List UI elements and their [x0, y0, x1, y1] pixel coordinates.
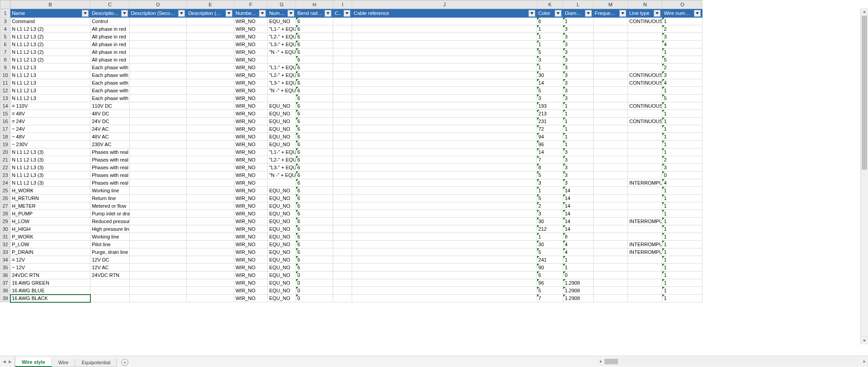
cell-K[interactable]: 7 — [537, 156, 563, 164]
row-header[interactable]: 38 — [0, 287, 10, 295]
cell-E[interactable] — [187, 187, 234, 195]
cell-F[interactable]: WIR_NO — [234, 256, 267, 264]
cell-L[interactable]: 1 — [563, 102, 593, 110]
cell-H[interactable]: 6 — [296, 264, 333, 272]
cell-M[interactable] — [593, 241, 627, 248]
cell-L[interactable]: 14 — [563, 195, 593, 202]
cell-M[interactable] — [593, 41, 627, 48]
cell-O[interactable]: 1 — [662, 264, 703, 272]
header-description-3[interactable]: Description (Third language) — [187, 9, 234, 18]
cell-H[interactable]: 6 — [296, 56, 333, 64]
cell-F[interactable]: WIR_NO — [234, 25, 267, 33]
cell-M[interactable] — [593, 195, 627, 202]
cell-F[interactable]: WIR_NO — [234, 225, 267, 233]
cell-O[interactable]: 1 — [662, 272, 703, 279]
cell-N[interactable]: INTERROMPU — [627, 241, 662, 248]
cell-E[interactable] — [187, 64, 234, 71]
cell-K[interactable]: 5 — [537, 87, 563, 95]
cell-B[interactable]: ~ 12V — [10, 264, 90, 272]
cell-K[interactable]: 1 — [537, 233, 563, 241]
cell-M[interactable] — [593, 218, 627, 225]
col-header-K[interactable]: K — [537, 0, 563, 9]
cell-G[interactable]: EQU_NO — [268, 110, 296, 118]
cell-D[interactable] — [129, 241, 187, 248]
cell-O[interactable]: 2 — [662, 25, 703, 33]
cell-B[interactable]: P_DRAIN — [10, 248, 90, 256]
hscroll-track[interactable] — [604, 358, 860, 365]
cell-K[interactable]: 2 — [537, 202, 563, 210]
cell-H[interactable]: 6 — [296, 102, 333, 110]
cell-O[interactable]: 1 — [662, 233, 703, 241]
cell-J[interactable] — [352, 179, 537, 187]
cell-L[interactable]: 3 — [563, 156, 593, 164]
cell-H[interactable]: 0 — [296, 272, 333, 279]
cell-K[interactable]: 1 — [537, 64, 563, 71]
cell-K[interactable]: 3 — [537, 95, 563, 102]
cell-F[interactable]: WIR_NO — [234, 125, 267, 133]
cell-N[interactable] — [627, 202, 662, 210]
cell-K[interactable]: 6 — [537, 18, 563, 25]
cell-F[interactable]: WIR_NO — [234, 272, 267, 279]
header-wire-number[interactable]: Wire number — [662, 9, 703, 18]
cell-K[interactable]: 241 — [537, 256, 563, 264]
cell-E[interactable] — [187, 256, 234, 264]
cell-J[interactable] — [352, 187, 537, 195]
cell-O[interactable]: 1 — [662, 18, 703, 25]
col-header-M[interactable]: M — [593, 0, 627, 9]
cell-B[interactable]: = 48V — [10, 110, 90, 118]
row-header[interactable]: 26 — [0, 195, 10, 202]
cell-I[interactable] — [333, 164, 352, 172]
cell-M[interactable] — [593, 202, 627, 210]
cell-C[interactable]: 110V DC — [90, 102, 130, 110]
cell-I[interactable] — [333, 202, 352, 210]
cell-I[interactable] — [333, 71, 352, 79]
col-header-B[interactable]: B — [10, 0, 90, 9]
cell-N[interactable] — [627, 48, 662, 56]
row-header-1[interactable]: 1 — [0, 9, 10, 18]
row-header[interactable]: 11 — [0, 79, 10, 87]
cell-O[interactable]: 1 — [662, 218, 703, 225]
cell-J[interactable] — [352, 156, 537, 164]
cell-B[interactable]: H_LOW — [10, 218, 90, 225]
cell-B[interactable]: P_LOW — [10, 241, 90, 248]
cell-O[interactable]: 1 — [662, 256, 703, 264]
cell-O[interactable]: 1 — [662, 248, 703, 256]
cell-L[interactable]: 3 — [563, 48, 593, 56]
cell-D[interactable] — [129, 233, 187, 241]
col-header-I[interactable]: I — [333, 0, 352, 9]
cell-G[interactable]: "L1-" + EQU_NO — [268, 25, 296, 33]
cell-F[interactable]: WIR_NO — [234, 95, 267, 102]
cell-B[interactable]: N L1 L2 L3 (2) — [10, 56, 90, 64]
cell-I[interactable] — [333, 179, 352, 187]
row-header[interactable]: 15 — [0, 110, 10, 118]
cell-F[interactable]: WIR_NO — [234, 295, 267, 302]
cell-G[interactable]: EQU_NO — [268, 295, 296, 302]
cell-C[interactable]: Each phase with — [90, 71, 130, 79]
cell-C[interactable]: 230V AC — [90, 141, 130, 148]
cell-M[interactable] — [593, 25, 627, 33]
cell-K[interactable]: 14 — [537, 79, 563, 87]
cell-D[interactable] — [129, 79, 187, 87]
row-header[interactable]: 14 — [0, 102, 10, 110]
cell-L[interactable]: 14 — [563, 202, 593, 210]
cell-G[interactable]: "L2-" + EQU_NO — [268, 33, 296, 41]
cell-N[interactable] — [627, 272, 662, 279]
cell-C[interactable]: Return line — [90, 195, 130, 202]
vscroll-track[interactable] — [861, 16, 868, 337]
cell-N[interactable] — [627, 210, 662, 218]
cell-N[interactable]: INTERROMPU — [627, 218, 662, 225]
cell-L[interactable]: 8 — [563, 233, 593, 241]
cell-L[interactable]: 1.2908 — [563, 279, 593, 287]
cell-G[interactable]: EQU_NO — [268, 256, 296, 264]
cell-G[interactable] — [268, 56, 296, 64]
cell-C[interactable]: All phase in red — [90, 33, 130, 41]
cell-L[interactable]: 1 — [563, 110, 593, 118]
cell-G[interactable]: EQU_NO — [268, 141, 296, 148]
cell-H[interactable]: 0 — [296, 287, 333, 295]
cell-D[interactable] — [129, 279, 187, 287]
cell-E[interactable] — [187, 18, 234, 25]
cell-M[interactable] — [593, 110, 627, 118]
cell-B[interactable]: 16 AWG BLUE — [10, 287, 90, 295]
cell-L[interactable]: 4 — [563, 248, 593, 256]
cell-F[interactable]: WIR_NO — [234, 279, 267, 287]
